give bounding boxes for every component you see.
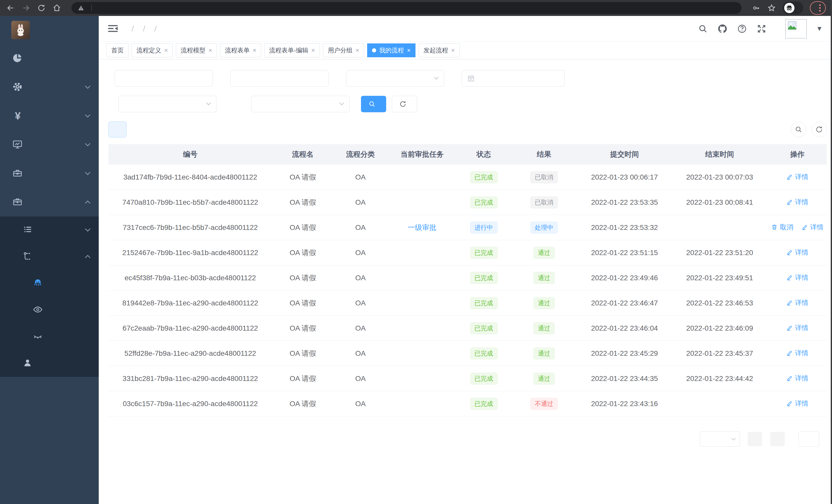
table-row[interactable]: 52ffd28e-7b9a-11ec-a290-acde48001122 OA … (108, 341, 827, 366)
table-column-header[interactable]: 流程分类 (334, 149, 387, 159)
home-icon[interactable] (52, 4, 61, 12)
table-column-header[interactable]: 当前审批任务 (387, 149, 457, 159)
view-tab[interactable]: 流程定义 × (132, 44, 173, 57)
view-tab[interactable]: 首页 (106, 44, 129, 57)
github-icon[interactable] (717, 24, 728, 34)
detail-action[interactable]: 详情 (786, 198, 808, 206)
current-task-link[interactable]: 一级审批 (408, 223, 437, 231)
table-column-header[interactable]: 操作 (768, 149, 827, 159)
detail-action[interactable]: 详情 (786, 273, 808, 282)
sidebar-item-done-task[interactable] (0, 324, 99, 350)
help-icon[interactable] (737, 24, 747, 34)
result-select[interactable] (252, 96, 350, 112)
actions-cell: 详情 (768, 324, 827, 333)
goto-page-input[interactable] (799, 431, 819, 447)
sidebar-item-pay[interactable]: ¥ (0, 102, 99, 130)
end-time-cell: 2022-01-22 23:46:09 (671, 324, 768, 332)
detail-action[interactable]: 详情 (786, 348, 808, 358)
sidebar-item-home[interactable] (0, 44, 99, 73)
sidebar-item-task-manage[interactable] (0, 243, 99, 270)
end-time-cell: 2022-01-22 23:44:42 (671, 374, 768, 383)
detail-action[interactable]: 详情 (801, 223, 824, 232)
table-row[interactable]: 819442e8-7b9a-11ec-a290-acde48001122 OA … (108, 290, 827, 316)
table-column-header[interactable]: 提交时间 (577, 149, 671, 159)
table-row[interactable]: 7470a810-7b9b-11ec-b5b7-acde48001122 OA … (108, 190, 827, 215)
start-process-button[interactable] (108, 121, 127, 137)
table-column-header[interactable]: 结果 (511, 149, 578, 159)
sidebar-item-my-process[interactable] (0, 270, 99, 297)
end-time-cell: 2022-01-23 00:08:41 (671, 198, 768, 206)
browser-menu-icon[interactable] (819, 4, 821, 11)
address-bar[interactable] (72, 2, 742, 14)
table-row[interactable]: 331bc281-7b9a-11ec-a290-acde48001122 OA … (108, 366, 827, 391)
sidebar-collapse-icon[interactable] (108, 24, 118, 33)
sidebar-item-devtools[interactable] (0, 159, 99, 188)
table-row[interactable]: 2152467e-7b9b-11ec-9a1b-acde48001122 OA … (108, 240, 827, 265)
sidebar-item-todo-task[interactable] (0, 297, 99, 324)
table-column-header[interactable]: 流程名 (272, 149, 334, 159)
view-tab[interactable]: 流程模型 × (176, 44, 217, 57)
table-search-toggle-button[interactable] (791, 122, 806, 137)
avatar-caret-down-icon[interactable]: ▼ (816, 25, 823, 33)
view-tab[interactable]: 流程表单-编辑 × (264, 44, 320, 57)
table-row[interactable]: 3ad174fb-7b9d-11ec-8404-acde48001122 OA … (108, 165, 827, 190)
table-row[interactable]: 03c6c157-7b9a-11ec-a290-acde48001122 OA … (108, 391, 827, 416)
date-range-picker[interactable] (462, 70, 565, 87)
detail-action[interactable]: 详情 (786, 374, 808, 383)
search-icon[interactable] (698, 24, 708, 34)
cancel-action[interactable]: 取消 (771, 223, 793, 232)
main-content: 编号流程名流程分类当前审批任务状态结果提交时间结束时间操作 3ad174fb-7… (99, 59, 832, 504)
status-badge: 已完成 (470, 247, 497, 259)
table-column-header[interactable]: 结束时间 (671, 149, 768, 159)
page-size-select[interactable] (700, 431, 740, 447)
table-column-header[interactable]: 状态 (457, 149, 511, 159)
sidebar-item-infra[interactable] (0, 130, 99, 159)
table-column-header[interactable]: 编号 (108, 149, 272, 159)
user-icon (23, 358, 33, 369)
table-row[interactable]: 7317cec6-7b9b-11ec-b5b7-acde48001122 OA … (108, 215, 827, 240)
next-page-button[interactable] (770, 432, 785, 446)
reset-button[interactable] (392, 96, 417, 112)
avatar[interactable] (785, 19, 807, 38)
prev-page-button[interactable] (748, 432, 762, 446)
view-tab[interactable]: 流程表单 × (220, 44, 261, 57)
forward-icon[interactable] (22, 4, 30, 12)
sidebar-item-workflow[interactable] (0, 188, 99, 217)
tab-close-icon[interactable]: × (311, 47, 315, 53)
tab-close-icon[interactable]: × (209, 47, 212, 53)
table-row[interactable]: ec45f38f-7b9a-11ec-b03b-acde48001122 OA … (108, 265, 827, 290)
status-select[interactable] (118, 96, 216, 112)
search-button[interactable] (361, 96, 386, 112)
view-tab[interactable]: 用户分组 × (323, 44, 364, 57)
tab-close-icon[interactable]: × (356, 47, 359, 53)
table-refresh-button[interactable] (811, 122, 827, 137)
tab-close-icon[interactable]: × (451, 47, 455, 53)
detail-action[interactable]: 详情 (786, 399, 808, 408)
bookmark-star-icon[interactable] (767, 4, 776, 12)
tab-close-icon[interactable]: × (253, 47, 256, 53)
tab-close-icon[interactable]: × (164, 47, 168, 53)
process-category-cell: OA (334, 223, 387, 232)
detail-action[interactable]: 详情 (786, 248, 808, 257)
sidebar-item-system[interactable] (0, 73, 99, 102)
process-name-input[interactable] (115, 70, 213, 87)
table-row[interactable]: 67c2eaab-7b9a-11ec-a290-acde48001122 OA … (108, 316, 827, 341)
detail-action[interactable]: 详情 (786, 172, 808, 181)
back-icon[interactable] (6, 4, 15, 12)
password-key-icon[interactable] (752, 4, 760, 12)
view-tab[interactable]: 我的流程 × (367, 44, 415, 57)
browser-update-button[interactable] (810, 1, 826, 15)
navbar-actions: ▼ (698, 19, 823, 38)
process-category-select[interactable] (346, 70, 444, 87)
sidebar-item-process-manage[interactable] (0, 217, 99, 243)
view-tab[interactable]: 发起流程 × (419, 44, 460, 57)
submit-time-cell: 2022-01-22 23:51:15 (577, 249, 671, 257)
detail-action[interactable]: 详情 (786, 298, 808, 307)
detail-action[interactable]: 详情 (786, 324, 808, 332)
fullscreen-icon[interactable] (756, 24, 767, 34)
process-definition-input[interactable] (230, 70, 329, 87)
sidebar-item-leave-query[interactable] (0, 350, 99, 377)
reload-icon[interactable] (37, 4, 46, 12)
tab-close-icon[interactable]: × (407, 47, 411, 53)
monitor-icon (12, 139, 23, 150)
